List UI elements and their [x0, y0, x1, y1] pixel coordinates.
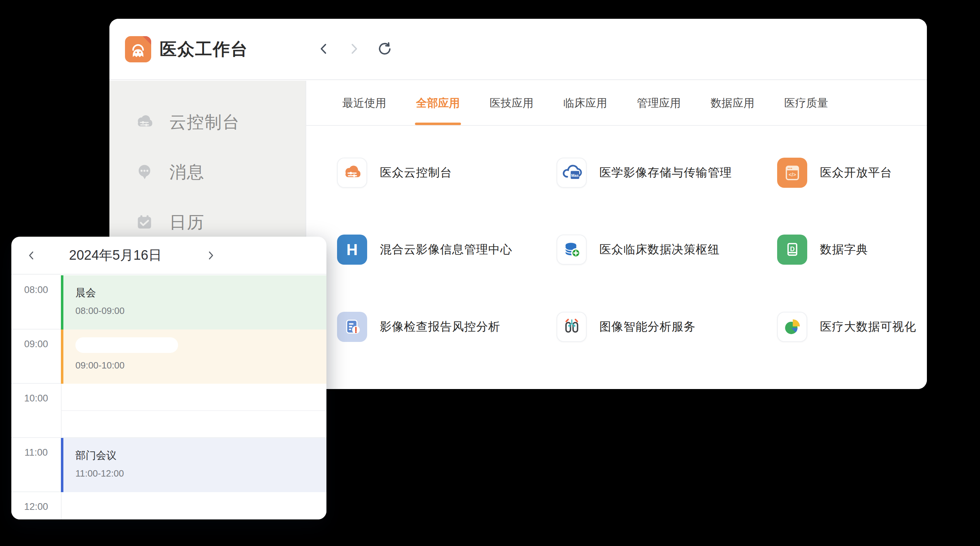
open-platform-icon: </> [782, 163, 803, 183]
chevron-right-icon [205, 250, 216, 261]
tab-all-apps[interactable]: 全部应用 [416, 81, 460, 125]
app-big-data-visualization[interactable]: 医疗大数据可视化 [777, 312, 916, 342]
app-logo [125, 36, 151, 62]
app-tile: D [777, 235, 807, 265]
database-plus-icon [562, 239, 582, 260]
calendar-icon [135, 212, 154, 232]
tab-recently-used[interactable]: 最近使用 [342, 81, 386, 125]
app-data-dictionary[interactable]: D 数据字典 [777, 235, 868, 265]
app-tile [337, 158, 367, 188]
app-name: 图像智能分析服务 [600, 319, 696, 335]
event-time: 08:00-09:00 [75, 305, 326, 316]
back-button[interactable] [317, 42, 332, 57]
tab-data-apps[interactable]: 数据应用 [711, 81, 754, 125]
lungs-icon [562, 317, 582, 337]
chevron-right-icon [347, 42, 361, 56]
app-cloud-console[interactable]: 医众云控制台 [337, 158, 452, 188]
screen: 医众工作台 [0, 0, 980, 546]
app-name: 医众云控制台 [380, 165, 452, 181]
mascot-logo-icon [125, 36, 151, 62]
time-label: 12:00 [11, 501, 61, 512]
app-tile: H [337, 235, 367, 265]
pie-chart-icon [782, 317, 803, 337]
event-title: 晨会 [75, 286, 326, 300]
time-label: 08:00 [11, 284, 61, 295]
cloud-settings-icon [135, 112, 154, 132]
letter-h-icon: H [347, 241, 358, 259]
sidebar-item-calendar[interactable]: 日历 [135, 211, 205, 234]
app-name: 医疗大数据可视化 [820, 319, 916, 335]
app-name: 医众临床数据决策枢纽 [600, 242, 720, 258]
chevron-left-icon [317, 42, 331, 56]
calendar-day-grid: 08:00 09:00 10:00 11:00 12:00 晨会 08:00-0… [11, 275, 326, 519]
page-title: 医众工作台 [160, 38, 248, 61]
half-hour-line [62, 410, 326, 411]
cloud-mas-icon: Mas [562, 163, 582, 183]
sidebar-item-label: 消息 [169, 161, 205, 184]
sidebar-item-cloud-console[interactable]: 云控制台 [135, 111, 240, 134]
cloud-sliders-icon [342, 163, 363, 183]
forward-button[interactable] [346, 42, 362, 57]
refresh-icon [376, 42, 391, 57]
app-grid: 医众云控制台 Mas 医学影像存储与传输管理 [306, 126, 927, 389]
app-tile [777, 312, 807, 342]
refresh-button[interactable] [376, 42, 391, 57]
calendar-header: 2024年5月16日 [11, 237, 326, 275]
dictionary-book-icon: D [782, 239, 803, 260]
app-tile: </> [777, 158, 807, 188]
event-time: 09:00-10:00 [75, 360, 326, 371]
sidebar-item-label: 日历 [169, 211, 205, 234]
time-label: 11:00 [11, 447, 61, 458]
app-name: 影像检查报告风控分析 [380, 319, 500, 335]
app-tile: Mas [557, 158, 587, 188]
event-time: 11:00-12:00 [75, 468, 326, 479]
message-icon [135, 162, 154, 182]
report-risk-icon [342, 317, 363, 337]
calendar-next-button[interactable] [205, 249, 217, 262]
app-image-ai-analysis[interactable]: 图像智能分析服务 [557, 312, 696, 342]
calendar-prev-button[interactable] [25, 249, 38, 262]
app-name: 混合云影像信息管理中心 [380, 242, 512, 258]
app-open-platform[interactable]: </> 医众开放平台 [777, 158, 892, 188]
sidebar-item-messages[interactable]: 消息 [135, 161, 205, 184]
app-imaging-storage[interactable]: Mas 医学影像存储与传输管理 [557, 158, 732, 188]
letter-d-icon: D [790, 245, 794, 252]
app-name: 医众开放平台 [820, 165, 892, 181]
chevron-left-icon [26, 250, 37, 261]
tab-management-apps[interactable]: 管理应用 [637, 81, 681, 125]
code-glyph: </> [789, 171, 796, 177]
app-tile [337, 312, 367, 342]
app-name: 医学影像存储与传输管理 [600, 165, 732, 181]
app-clinical-data-hub[interactable]: 医众临床数据决策枢纽 [557, 235, 720, 265]
tab-medical-quality[interactable]: 医疗质量 [784, 81, 828, 125]
tab-bar: 最近使用 全部应用 医技应用 临床应用 管理应用 数据应用 医疗质量 [306, 81, 927, 126]
app-tile [557, 312, 587, 342]
time-label: 09:00 [11, 339, 61, 350]
calendar-panel: 2024年5月16日 08:00 09:00 10:00 11:00 12:00… [11, 237, 326, 519]
event-title: 部门会议 [75, 449, 326, 463]
mas-badge: Mas [571, 173, 579, 177]
calendar-event-redacted[interactable]: 09:00-10:00 [61, 329, 326, 384]
tab-clinical-apps[interactable]: 临床应用 [563, 81, 607, 125]
app-hybrid-cloud-imaging[interactable]: H 混合云影像信息管理中心 [337, 235, 512, 265]
calendar-event-morning-meeting[interactable]: 晨会 08:00-09:00 [61, 275, 326, 329]
calendar-event-department-meeting[interactable]: 部门会议 11:00-12:00 [61, 438, 326, 492]
content-area: 最近使用 全部应用 医技应用 临床应用 管理应用 数据应用 医疗质量 [306, 81, 927, 389]
app-tile [557, 235, 587, 265]
redacted-event-title [75, 337, 178, 353]
app-name: 数据字典 [820, 242, 868, 258]
app-report-risk-analysis[interactable]: 影像检查报告风控分析 [337, 312, 500, 342]
tab-medtech-apps[interactable]: 医技应用 [490, 81, 533, 125]
sidebar-item-label: 云控制台 [169, 111, 240, 134]
time-label: 10:00 [11, 393, 61, 404]
calendar-date-label: 2024年5月16日 [52, 246, 179, 264]
nav-controls [317, 19, 391, 79]
window-header: 医众工作台 [110, 19, 927, 80]
